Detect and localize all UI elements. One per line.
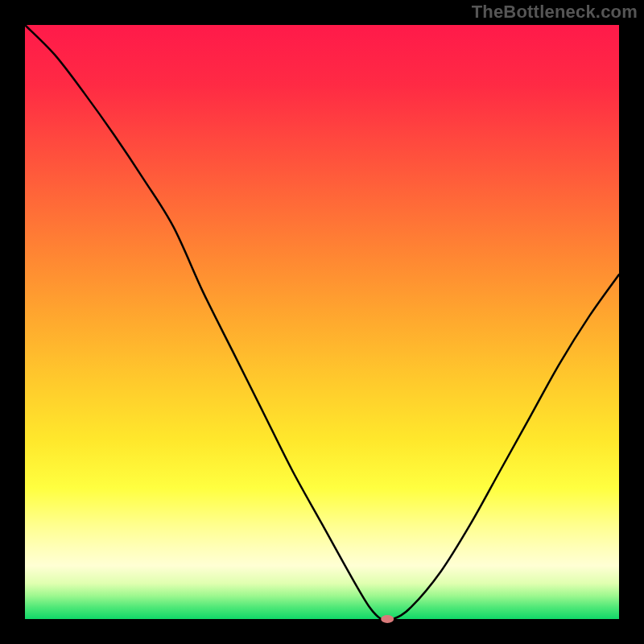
watermark-label: TheBottleneck.com xyxy=(472,2,638,23)
bottleneck-curve-chart xyxy=(0,0,644,644)
plot-background xyxy=(25,25,619,619)
chart-container: TheBottleneck.com xyxy=(0,0,644,644)
optimal-point-marker xyxy=(381,615,394,623)
